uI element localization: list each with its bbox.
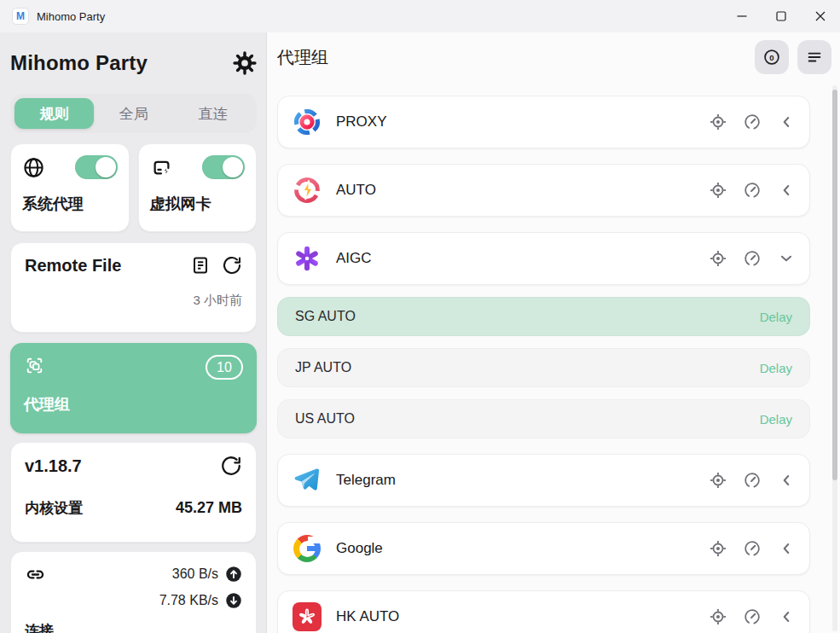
proxy-group-list: PROXY AUTO xyxy=(267,82,810,633)
proxy-group-row[interactable]: Google xyxy=(277,522,810,575)
system-proxy-card[interactable]: 系统代理 xyxy=(10,143,130,232)
virtual-nic-toggle[interactable] xyxy=(202,155,245,179)
delay-test-icon[interactable] xyxy=(743,471,762,490)
edit-profile-icon[interactable] xyxy=(190,255,211,276)
group-row-actions xyxy=(709,607,796,626)
tab-rule-mode[interactable]: 规则 xyxy=(14,98,94,129)
proxy-group-row[interactable]: HK AUTO xyxy=(277,590,810,633)
proxy-delay-button[interactable]: Delay xyxy=(760,412,792,427)
delay-test-icon[interactable] xyxy=(743,607,762,626)
connections-label: 连接 xyxy=(25,621,242,633)
proxy-groups-label: 代理组 xyxy=(24,394,243,415)
upload-arrow-icon xyxy=(225,566,242,583)
virtual-nic-icon xyxy=(150,156,173,179)
group-row-actions xyxy=(709,181,796,200)
delay-test-icon[interactable] xyxy=(743,181,762,200)
download-speed: 7.78 KB/s xyxy=(159,593,218,608)
proxy-name: JP AUTO xyxy=(295,360,351,375)
main-panel: 代理组 0 xyxy=(267,32,840,633)
chevron-left-icon[interactable] xyxy=(777,113,796,131)
chevron-left-icon[interactable] xyxy=(777,181,796,200)
proxy-name: SG AUTO xyxy=(295,309,356,324)
proxy-group-row[interactable]: AUTO xyxy=(277,164,810,217)
proxy-group-name: Google xyxy=(336,540,383,557)
close-button[interactable] xyxy=(801,0,840,32)
virtual-nic-card[interactable]: 虚拟网卡 xyxy=(138,143,258,232)
tab-direct-mode[interactable]: 直连 xyxy=(173,98,252,129)
titlebar: M Mihomo Party xyxy=(0,0,840,32)
proxy-delay-button[interactable]: Delay xyxy=(760,310,792,324)
maximize-icon xyxy=(776,11,786,21)
group-row-actions xyxy=(709,471,796,490)
minimize-icon xyxy=(737,11,747,21)
maximize-button[interactable] xyxy=(762,0,801,32)
restart-core-icon[interactable] xyxy=(220,455,242,477)
proxy-group-block: PROXY xyxy=(277,96,810,148)
locate-current-proxy-icon[interactable] xyxy=(709,539,727,558)
window-title: Mihomo Party xyxy=(37,10,105,23)
upload-speed-row: 360 B/s xyxy=(159,564,242,584)
group-row-actions xyxy=(709,539,796,558)
locate-current-proxy-icon[interactable] xyxy=(709,249,727,268)
delay-test-icon[interactable] xyxy=(743,539,762,558)
core-version: v1.18.7 xyxy=(25,456,82,476)
proxy-group-row[interactable]: AIGC xyxy=(277,232,810,285)
google-icon xyxy=(292,533,322,564)
hongkong-flag-icon xyxy=(292,601,322,632)
scrollbar-track[interactable] xyxy=(832,85,837,631)
locate-current-proxy-icon[interactable] xyxy=(709,113,727,131)
core-settings-label: 内核设置 xyxy=(25,498,83,518)
auto-bolt-icon xyxy=(292,175,322,206)
globe-icon xyxy=(22,156,45,179)
proxy-group-name: Telegram xyxy=(336,472,396,489)
settings-gear-icon[interactable] xyxy=(233,51,257,75)
connection-card[interactable]: 360 B/s 7.78 KB/s 连接 xyxy=(10,551,257,633)
chevron-left-icon[interactable] xyxy=(777,471,796,490)
proxy-group-row[interactable]: PROXY xyxy=(277,96,810,148)
sidebar-item-proxy-groups[interactable]: 10 代理组 xyxy=(10,343,257,433)
proxy-group-block: Google xyxy=(277,522,810,575)
window-controls xyxy=(722,0,840,32)
locate-current-proxy-icon[interactable] xyxy=(709,181,727,200)
locate-current-proxy-icon[interactable] xyxy=(709,471,727,490)
proxy-name: US AUTO xyxy=(295,411,355,427)
proxy-item[interactable]: SG AUTO Delay xyxy=(277,297,810,336)
locate-current-proxy-icon[interactable] xyxy=(709,607,727,626)
outbound-mode-tabs: 规则 全局 直连 xyxy=(10,94,257,133)
profile-card[interactable]: Remote File 3 小时前 xyxy=(10,242,257,333)
delay-test-icon[interactable] xyxy=(743,113,762,131)
delay-test-icon[interactable] xyxy=(743,249,762,268)
sidebar-header: Mihomo Party xyxy=(10,47,257,79)
chevron-left-icon[interactable] xyxy=(777,607,796,626)
group-row-actions xyxy=(709,249,796,268)
app-title: Mihomo Party xyxy=(10,51,148,75)
quick-toggle-row: 系统代理 虚拟网卡 xyxy=(10,143,257,232)
system-proxy-toggle[interactable] xyxy=(75,155,118,179)
core-memory-usage: 45.27 MB xyxy=(176,499,242,517)
proxy-group-row[interactable]: Telegram xyxy=(277,454,810,507)
chevron-left-icon[interactable] xyxy=(777,539,796,558)
profile-updated-time: 3 小时前 xyxy=(25,293,242,309)
proxy-group-name: AUTO xyxy=(336,182,376,199)
proxy-item[interactable]: US AUTO Delay xyxy=(277,399,810,438)
proxy-item[interactable]: JP AUTO Delay xyxy=(277,348,810,387)
proxy-group-block: AUTO xyxy=(277,164,810,217)
proxy-group-block: HK AUTO xyxy=(277,590,810,633)
chevron-down-icon[interactable] xyxy=(777,249,796,268)
circled-zero-icon: 0 xyxy=(762,48,781,67)
refresh-profile-icon[interactable] xyxy=(222,255,242,276)
proxy-group-block: AIGC SG AUTO Delay JP AUTO Delay US AUTO… xyxy=(277,232,810,438)
proxy-delay-button[interactable]: Delay xyxy=(760,361,792,375)
svg-text:0: 0 xyxy=(769,53,773,62)
scrollbar-thumb[interactable] xyxy=(832,90,837,480)
tab-global-mode[interactable]: 全局 xyxy=(94,98,173,129)
layout-columns-button[interactable] xyxy=(797,40,831,74)
proxy-group-count-badge: 10 xyxy=(206,355,243,380)
proxy-group-name: HK AUTO xyxy=(336,608,399,625)
delay-display-toggle-button[interactable]: 0 xyxy=(755,40,789,74)
core-card[interactable]: v1.18.7 内核设置 45.27 MB xyxy=(10,442,257,543)
proxy-group-name: PROXY xyxy=(336,113,387,131)
minimize-button[interactable] xyxy=(722,0,762,32)
link-icon xyxy=(25,564,46,585)
proxy-group-name: AIGC xyxy=(336,250,372,267)
